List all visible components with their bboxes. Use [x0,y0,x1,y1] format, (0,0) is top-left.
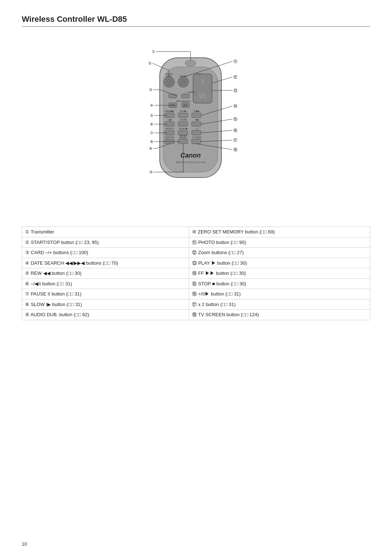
title-divider [22,26,370,27]
remote-diagram: START/ STOP PHOTO ZOOM T W — CARD + DATE [76,38,316,216]
svg-text:⑱: ⑱ [233,147,237,152]
item-num-left-1: ② [25,240,29,245]
svg-point-9 [179,78,187,86]
svg-rect-26 [192,113,201,118]
svg-rect-15 [181,94,189,98]
svg-text:②: ② [148,61,152,65]
svg-point-48 [185,60,196,66]
item-num-right-5: ⑮ [192,281,197,286]
svg-text:SLOW I▶: SLOW I▶ [179,127,188,130]
svg-text:①: ① [152,49,155,54]
item-text-left-2: CARD –/+ buttons (□□ 100) [31,250,88,255]
svg-text:T: T [200,78,205,87]
table-row: ⑧ SLOW I▶ button (□□ 31)⑰ x 2 button (□□… [22,299,370,310]
item-text-right-2: Zoom buttons (□□ 27) [198,250,244,255]
item-text-right-1: PHOTO button (□□ 90) [198,240,246,245]
svg-text:× 2: × 2 [195,127,198,130]
svg-text:WIRELESS CONTROLLER WL-D85: WIRELESS CONTROLLER WL-D85 [176,161,205,163]
svg-rect-14 [169,94,177,98]
svg-text:+/II▶: +/II▶ [195,119,199,121]
svg-text:AUDIO DUB.: AUDIO DUB. [165,137,174,138]
svg-point-7 [165,78,173,86]
item-text-left-5: –/◀II button (□□ 31) [31,281,72,286]
svg-rect-38 [192,130,201,135]
page-number: 10 [22,541,27,547]
svg-text:⑪: ⑪ [233,59,237,64]
item-text-left-3: DATE SEARCH ◀◀/▶▶◀ buttons (□□ 70) [31,260,118,266]
item-text-right-0: ZERO SET MEMORY button (□□ 69) [198,229,275,235]
item-text-right-8: TV SCREEN button (□□ 124) [198,312,259,317]
svg-text:⑧: ⑧ [150,139,154,144]
svg-text:⑯: ⑯ [233,128,237,133]
item-num-right-0: ⑩ [192,229,196,235]
svg-text:W: W [199,91,207,101]
item-num-right-1: ⑪ [192,240,197,245]
svg-text:REW◀◀: REW◀◀ [166,110,174,112]
item-num-left-6: ⑦ [25,291,29,297]
svg-rect-32 [192,122,201,126]
svg-text:MEMORY: MEMORY [180,137,187,139]
svg-text:PAUSE II: PAUSE II [166,127,174,130]
svg-text:⑭: ⑭ [233,104,237,108]
item-text-left-8: AUDIO DUB. button (□□ 82) [30,312,89,317]
svg-text:④: ④ [150,103,154,107]
svg-rect-31 [178,122,188,126]
item-num-left-3: ④ [25,260,29,266]
table-row: ③ CARD –/+ buttons (□□ 100)⑫ Zoom button… [22,248,370,258]
item-text-right-7: x 2 button (□□ 31) [198,302,236,307]
svg-text:STOP■: STOP■ [180,119,187,121]
item-text-left-4: REW ◀◀ button (□□ 30) [31,270,82,276]
description-table: ① Transmitter⑩ ZERO SET MEMORY button (□… [22,227,370,320]
item-num-right-6: ⑯ [192,291,197,297]
table-row: ⑨ AUDIO DUB. button (□□ 82)⑱ TV SCREEN b… [22,310,370,320]
svg-rect-37 [178,130,188,135]
table-row: ⑦ PAUSE II button (□□ 31)⑯ +/II▶ button … [22,289,370,300]
item-num-right-2: ⑫ [192,250,197,255]
svg-text:PLAY▶: PLAY▶ [180,110,187,112]
table-row: ⑤ REW ◀◀ button (□□ 30)⑭ FF ▶▶ button (□… [22,268,370,279]
item-text-right-4: FF ▶▶ button (□□ 30) [198,270,246,276]
item-text-left-1: START/STOP button (□□ 23, 95) [31,240,99,245]
item-text-right-6: +/II▶ button (□□ 31) [198,291,241,297]
table-row: ① Transmitter⑩ ZERO SET MEMORY button (□… [22,227,370,237]
page-title: Wireless Controller WL-D85 [22,15,370,24]
item-num-left-8: ⑨ [25,312,29,317]
item-num-right-7: ⑰ [192,302,197,307]
svg-text:⑰: ⑰ [233,138,237,142]
svg-text:⑨: ⑨ [149,146,152,151]
item-num-right-4: ⑭ [192,270,197,276]
item-text-left-7: SLOW I▶ button (□□ 31) [31,302,82,307]
table-row: ② START/STOP button (□□ 23, 95)⑪ PHOTO b… [22,237,370,248]
svg-text:⑤: ⑤ [150,113,154,118]
svg-text:⑩: ⑩ [149,170,153,174]
svg-text:–/◀II: –/◀II [167,119,172,121]
item-num-right-8: ⑱ [192,312,197,317]
item-text-left-6: PAUSE II button (□□ 31) [31,291,82,297]
item-num-right-3: ⑬ [192,260,197,266]
svg-text:⑮: ⑮ [233,117,237,121]
remote-svg: START/ STOP PHOTO ZOOM T W — CARD + DATE [76,38,316,216]
svg-text:|▶▶: |▶▶ [183,103,188,107]
svg-text:DATE SEARCH: DATE SEARCH [176,100,191,102]
svg-text:⑥: ⑥ [150,122,154,126]
table-row: ④ DATE SEARCH ◀◀/▶▶◀ buttons (□□ 70)⑬ PL… [22,258,370,268]
table-row: ⑥ –/◀II button (□□ 31)⑮ STOP ■ button (□… [22,278,370,289]
svg-text:⑬: ⑬ [233,88,237,93]
item-text-right-5: STOP ■ button (□□ 30) [198,281,246,286]
svg-text:— CARD +: — CARD + [185,91,196,93]
item-text-left-0: Transmitter [30,229,54,235]
item-text-right-3: PLAY ▶ button (□□ 30) [198,260,247,266]
item-num-left-0: ① [25,229,29,235]
diagram-section: START/ STOP PHOTO ZOOM T W — CARD + DATE [22,38,370,216]
svg-rect-25 [178,113,188,118]
svg-rect-45 [192,139,201,144]
item-num-left-4: ⑤ [25,270,29,276]
item-num-left-7: ⑧ [25,302,29,307]
svg-text:⑫: ⑫ [233,75,237,79]
svg-text:⑦: ⑦ [150,131,154,135]
item-num-left-2: ③ [25,250,29,255]
svg-text:③: ③ [149,87,152,92]
item-num-left-5: ⑥ [25,281,29,286]
svg-text:TV SCREEN: TV SCREEN [192,137,201,138]
svg-text:FF▶▶: FF▶▶ [194,110,200,112]
